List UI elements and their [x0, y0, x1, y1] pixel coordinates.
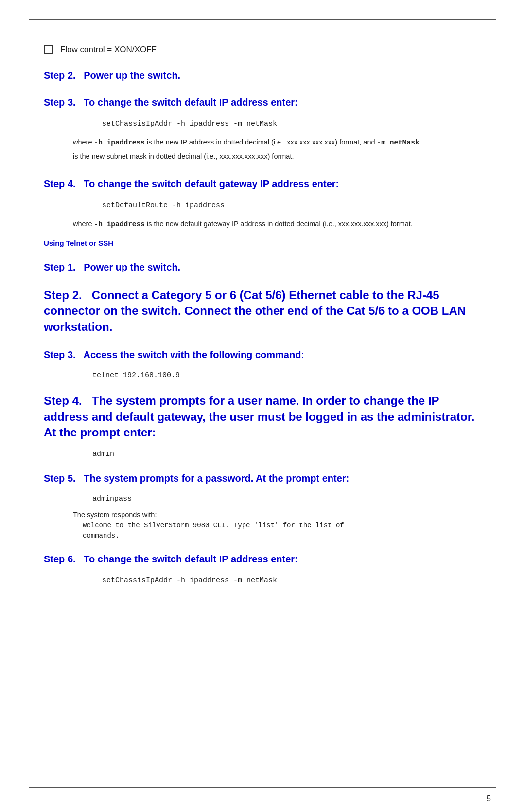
step5-adminpass: adminpass — [92, 495, 481, 503]
step4-admin: admin — [92, 450, 481, 458]
bullet-flow-control: Flow control = XON/XOFF — [44, 44, 481, 55]
step3-desc1: where -h ipaddress is the new IP address… — [73, 137, 481, 148]
step3-change-ip-text: To change the switch default IP address … — [84, 97, 298, 108]
page-number: 5 — [487, 794, 491, 803]
step2-connect-heading: Step 2. Connect a Category 5 or 6 (Cat 5… — [44, 288, 481, 335]
step1-power-label: Step 1. — [44, 262, 76, 272]
step6-code: setChassisIpAddr -h ipaddress -m netMask — [102, 576, 481, 587]
step3-telnet: telnet 192.168.100.9 — [92, 371, 481, 379]
step3-access-heading: Step 3. Access the switch with the follo… — [44, 348, 481, 361]
step1-power-heading: Step 1. Power up the switch. — [44, 261, 481, 274]
step3-access-label: Step 3. — [44, 349, 76, 360]
step2-power-label: Step 2. — [44, 70, 76, 81]
step3-desc2: is the new subnet mask in dotted decimal… — [73, 151, 481, 162]
step6-change-ip-heading: Step 6. To change the switch default IP … — [44, 553, 481, 566]
step5-password-text: The system prompts for a password. At th… — [84, 473, 349, 484]
step3-change-ip-heading: Step 3. To change the switch default IP … — [44, 96, 481, 109]
bullet-label: Flow control = XON/XOFF — [60, 44, 157, 55]
bottom-rule — [29, 787, 496, 788]
step3-code: setChassisIpAddr -h ipaddress -m netMask — [102, 119, 481, 130]
step4-system-text: The system prompts for a user name. In o… — [44, 394, 474, 439]
section-link-telnet-ssh[interactable]: Using Telnet or SSH — [44, 239, 481, 247]
step3-access-text: Access the switch with the following com… — [84, 349, 305, 360]
step4-system-heading: Step 4. The system prompts for a user na… — [44, 393, 481, 440]
step5-password-label: Step 5. — [44, 473, 76, 484]
checkbox-icon — [44, 45, 52, 54]
step4-code: setDefaultRoute -h ipaddress — [102, 200, 481, 212]
step3-desc1-bold2: -m netMask — [377, 139, 420, 146]
step4-desc-post: is the new default gateway IP address in… — [145, 220, 413, 228]
step4-change-gw-text: To change the switch default gateway IP … — [84, 179, 339, 189]
step6-change-ip-label: Step 6. — [44, 554, 76, 564]
step3-change-ip-label: Step 3. — [44, 97, 76, 108]
step4-desc-bold: -h ipaddress — [94, 220, 145, 228]
step5-welcome: Welcome to the SilverStorm 9080 CLI. Typ… — [83, 521, 481, 541]
step2-connect-text: Connect a Category 5 or 6 (Cat 5/6) Ethe… — [44, 289, 466, 333]
step5-responds: The system responds with: — [73, 511, 481, 519]
content: Flow control = XON/XOFF Step 2. Power up… — [0, 0, 525, 633]
step1-power-text: Power up the switch. — [84, 262, 180, 272]
step4-system-label: Step 4. — [44, 394, 82, 407]
top-rule — [29, 19, 496, 20]
step3-desc1-bold: -h ipaddress — [94, 139, 145, 146]
step4-desc: where -h ipaddress is the new default ga… — [73, 219, 481, 230]
step2-connect-label: Step 2. — [44, 289, 82, 302]
step5-password-heading: Step 5. The system prompts for a passwor… — [44, 472, 481, 485]
step2-power-heading: Step 2. Power up the switch. — [44, 69, 481, 82]
step2-power-text: Power up the switch. — [84, 70, 180, 81]
page: Flow control = XON/XOFF Step 2. Power up… — [0, 0, 525, 812]
step4-change-gw-label: Step 4. — [44, 179, 76, 189]
step4-change-gw-heading: Step 4. To change the switch default gat… — [44, 178, 481, 191]
step3-desc1-mid: is the new IP address in dotted decimal … — [145, 138, 377, 146]
step6-change-ip-text: To change the switch default IP address … — [84, 554, 298, 564]
